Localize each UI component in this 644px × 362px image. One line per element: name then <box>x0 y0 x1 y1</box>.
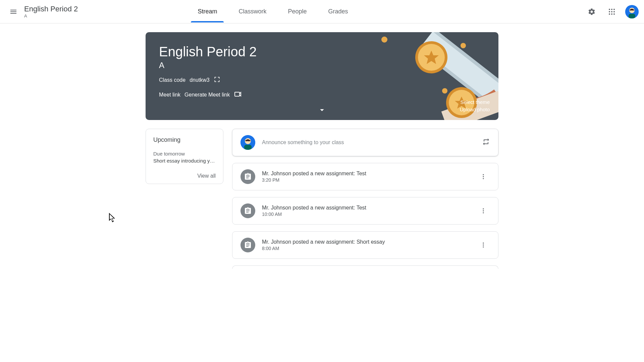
assignment-icon <box>244 241 252 249</box>
upcoming-item[interactable]: Short essay introducing yo… <box>153 158 216 164</box>
meet-video-button[interactable] <box>234 90 242 100</box>
reuse-post-button[interactable] <box>482 138 490 147</box>
svg-point-35 <box>483 243 484 244</box>
upcoming-view-all[interactable]: View all <box>153 173 216 179</box>
class-banner: English Period 2 A Class code dnutkw3 Me… <box>146 32 498 120</box>
svg-point-8 <box>613 13 615 15</box>
fullscreen-icon <box>214 76 220 83</box>
stream-post-partial <box>232 265 498 269</box>
hamburger-icon <box>9 8 17 16</box>
post-body: Mr. Johnson posted a new assignment: Sho… <box>262 239 470 251</box>
meet-link-label: Meet link <box>159 92 180 98</box>
post-more-button[interactable] <box>477 238 490 252</box>
announce-card[interactable]: Announce something to your class <box>232 129 498 156</box>
post-title: Mr. Johnson posted a new assignment: Tes… <box>262 205 470 211</box>
header-right <box>585 5 639 18</box>
post-time: 8:00 AM <box>262 246 470 251</box>
post-title: Mr. Johnson posted a new assignment: Sho… <box>262 239 470 245</box>
svg-rect-11 <box>629 14 635 18</box>
svg-point-36 <box>483 244 484 245</box>
svg-point-1 <box>611 9 612 10</box>
assignment-icon <box>244 173 252 181</box>
apps-grid-icon <box>608 8 616 16</box>
upcoming-due-label: Due tomorrow <box>153 151 216 157</box>
menu-button[interactable] <box>5 4 21 20</box>
more-vert-icon <box>480 207 487 214</box>
svg-point-6 <box>609 13 610 15</box>
chevron-down-icon <box>317 105 327 115</box>
upcoming-title: Upcoming <box>153 136 216 143</box>
main-content: English Period 2 A Class code dnutkw3 Me… <box>139 32 505 282</box>
class-code-value: dnutkw3 <box>190 77 210 83</box>
svg-point-2 <box>613 9 615 10</box>
upload-photo-link[interactable]: Upload photo <box>460 106 490 113</box>
account-avatar[interactable] <box>625 5 639 18</box>
post-time: 3:20 PM <box>262 177 470 183</box>
banner-theme-links: Select theme Upload photo <box>460 99 490 113</box>
upcoming-card: Upcoming Due tomorrow Short essay introd… <box>146 129 223 184</box>
svg-point-29 <box>483 174 484 175</box>
svg-rect-26 <box>244 145 252 150</box>
header-class-section: A <box>24 13 78 18</box>
mouse-cursor <box>109 213 117 224</box>
svg-point-28 <box>249 141 249 141</box>
avatar-face-icon <box>625 5 639 18</box>
post-body: Mr. Johnson posted a new assignment: Tes… <box>262 171 470 183</box>
svg-point-7 <box>611 13 612 15</box>
avatar-face-icon <box>240 135 255 150</box>
svg-point-30 <box>483 176 484 177</box>
tab-grades[interactable]: Grades <box>326 1 351 22</box>
settings-button[interactable] <box>585 5 598 18</box>
select-theme-link[interactable]: Select theme <box>460 99 490 106</box>
post-more-button[interactable] <box>477 204 490 218</box>
svg-point-37 <box>483 246 484 247</box>
svg-point-0 <box>609 9 610 10</box>
content-row: Upcoming Due tomorrow Short essay introd… <box>146 129 498 269</box>
svg-point-33 <box>483 210 484 211</box>
svg-point-4 <box>611 11 612 12</box>
svg-point-12 <box>631 10 631 11</box>
tab-people[interactable]: People <box>285 1 309 22</box>
class-code-label: Class code <box>159 77 185 83</box>
app-header: English Period 2 A Stream Classwork Peop… <box>0 0 644 23</box>
post-title: Mr. Johnson posted a new assignment: Tes… <box>262 171 470 177</box>
announce-avatar <box>240 135 255 150</box>
sidebar: Upcoming Due tomorrow Short essay introd… <box>146 129 223 269</box>
tab-classwork[interactable]: Classwork <box>236 1 269 22</box>
gear-icon <box>588 8 596 16</box>
header-class-title: English Period 2 <box>24 5 78 13</box>
repeat-icon <box>482 138 490 146</box>
svg-point-16 <box>461 43 466 48</box>
post-body: Mr. Johnson posted a new assignment: Tes… <box>262 205 470 217</box>
assignment-badge <box>240 238 255 252</box>
announce-placeholder: Announce something to your class <box>262 139 475 145</box>
video-camera-icon <box>234 90 242 98</box>
more-vert-icon <box>480 242 487 248</box>
assignment-badge <box>240 169 255 184</box>
stream-post[interactable]: Mr. Johnson posted a new assignment: Sho… <box>232 231 498 259</box>
svg-point-15 <box>442 88 447 94</box>
nav-tabs: Stream Classwork People Grades <box>195 1 351 22</box>
svg-point-31 <box>483 178 484 179</box>
svg-point-5 <box>613 11 615 12</box>
svg-point-27 <box>247 141 247 141</box>
expand-class-code-button[interactable] <box>214 76 220 84</box>
stream-column: Announce something to your class Mr. Joh… <box>232 129 498 269</box>
generate-meet-link[interactable]: Generate Meet link <box>184 92 230 98</box>
assignment-badge <box>240 203 255 218</box>
post-time: 10:00 AM <box>262 212 470 217</box>
header-title-block: English Period 2 A <box>24 5 78 18</box>
svg-point-13 <box>633 10 633 11</box>
post-more-button[interactable] <box>477 170 490 183</box>
svg-point-3 <box>609 11 610 12</box>
banner-expand-button[interactable] <box>317 105 327 116</box>
svg-point-14 <box>381 37 387 43</box>
stream-post[interactable]: Mr. Johnson posted a new assignment: Tes… <box>232 197 498 225</box>
svg-point-32 <box>483 208 484 209</box>
svg-point-34 <box>483 212 484 213</box>
stream-post[interactable]: Mr. Johnson posted a new assignment: Tes… <box>232 163 498 190</box>
assignment-icon <box>244 207 252 215</box>
more-vert-icon <box>480 173 487 180</box>
tab-stream[interactable]: Stream <box>195 1 220 22</box>
apps-button[interactable] <box>605 5 619 18</box>
